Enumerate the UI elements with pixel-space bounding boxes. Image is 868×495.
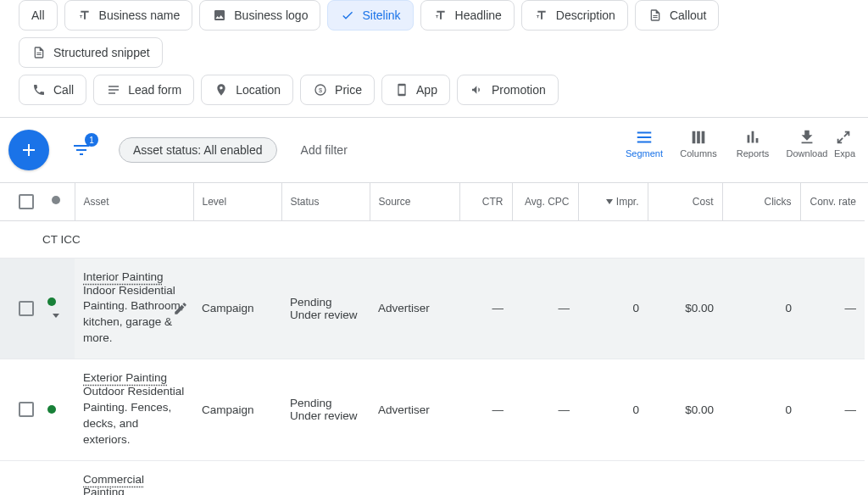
asset-description: Outdoor Residential Painting. Fences, de… [83,385,184,446]
cell-ctr: — [459,359,512,461]
reports-label: Reports [737,148,770,159]
row-checkbox[interactable] [19,301,34,316]
chip-label: Promotion [492,83,546,97]
filter-badge: 1 [85,133,98,147]
svg-text:$: $ [319,86,322,94]
asset-title[interactable]: Commercial Painting [83,473,144,495]
cell-clicks: 0 [722,460,800,495]
cell-conv-rate: — [800,460,865,495]
cell-conv-rate: — [800,258,865,359]
segment-button[interactable]: Segment [617,128,671,159]
chip-label: Business logo [234,8,308,22]
status-dot-icon [52,196,60,204]
sort-desc-icon [606,199,613,204]
status-filter-chip[interactable]: Asset status: All enabled [119,137,277,163]
segment-label: Segment [626,148,663,159]
assets-table: Asset Level Status Source CTR Avg. CPC I… [0,182,868,495]
check-icon [340,8,355,23]
col-clicks[interactable]: Clicks [722,183,800,220]
chip-lead-form[interactable]: Lead form [93,75,194,105]
filter-button[interactable]: 1 [68,136,95,164]
col-cost[interactable]: Cost [648,183,722,220]
chip-sitelink[interactable]: Sitelink [327,0,413,31]
chip-all[interactable]: All [19,0,58,31]
group-label: CT ICC [0,220,865,258]
chip-headline[interactable]: Headline [420,0,515,31]
asset-title[interactable]: Exterior Painting [83,371,167,384]
col-avg-cpc[interactable]: Avg. CPC [512,183,578,220]
add-asset-button[interactable] [8,130,49,170]
table-row[interactable]: Interior Painting Indoor Residential Pai… [0,258,865,359]
add-filter-input[interactable]: Add filter [301,143,348,157]
cell-impr: 0 [578,359,648,461]
text-icon [534,8,549,23]
asset-title[interactable]: Interior Painting [83,270,164,283]
reports-button[interactable]: Reports [726,128,780,159]
download-button[interactable]: Download [780,128,834,159]
expand-label: Expa [834,148,855,159]
toolbar-tools: Segment Columns Reports Download Expa [617,128,868,159]
text-icon [433,8,448,23]
chip-label: Structured snippet [53,46,150,59]
cell-impr: 0 [578,460,648,495]
col-impr[interactable]: Impr. [578,183,648,220]
chip-label: Lead form [128,83,181,97]
cell-cost: $0.00 [648,258,722,359]
expand-button[interactable]: Expa [834,128,868,159]
chip-label: Location [236,83,281,97]
cell-level: Campaign [193,359,281,461]
cell-status: PendingUnder review [281,359,370,461]
cell-impr: 0 [578,258,648,359]
chip-business-logo[interactable]: Business logo [199,0,320,31]
row-checkbox[interactable] [19,402,34,417]
chip-label: All [31,8,45,22]
image-icon [212,8,227,23]
app-icon [394,82,409,97]
table-row[interactable]: Exterior Painting Outdoor Residential Pa… [0,359,865,461]
status-dot-green-icon[interactable] [47,405,56,414]
edit-icon[interactable] [173,301,188,316]
cell-ctr: — [459,258,512,359]
cell-avg-cpc: — [512,359,578,461]
table-row[interactable]: Commercial Painting Warehouses, Malls, C… [0,460,865,495]
chevron-down-icon[interactable] [53,314,59,318]
col-conv-rate[interactable]: Conv. rate [800,183,865,220]
chip-label: Description [556,8,615,22]
chip-description[interactable]: Description [521,0,628,31]
chip-promotion[interactable]: Promotion [457,75,559,105]
chip-business-name[interactable]: Business name [64,0,193,31]
download-label: Download [787,148,828,159]
select-all-checkbox[interactable] [19,194,34,209]
chip-label: App [416,83,437,97]
asset-description: Indoor Residential Painting. Bathroom, k… [83,284,184,345]
cell-source: Advertiser [370,359,459,461]
col-ctr[interactable]: CTR [459,183,512,220]
chip-label: Callout [670,8,707,22]
toolbar: 1 Asset status: All enabled Add filter S… [0,117,868,182]
chip-app[interactable]: App [381,75,450,105]
col-level[interactable]: Level [193,183,281,220]
pin-icon [214,82,229,97]
status-chip-label: Asset status: All enabled [133,143,263,157]
cell-ctr: — [459,460,512,495]
chip-location[interactable]: Location [201,75,293,105]
col-status[interactable]: Status [281,183,370,220]
chip-label: Price [335,83,362,97]
doc-icon [31,45,47,60]
chip-label: Business name [99,8,181,22]
cell-clicks: 0 [722,258,800,359]
chip-label: Headline [455,8,502,22]
col-source[interactable]: Source [370,183,459,220]
chip-call[interactable]: Call [19,75,86,105]
columns-button[interactable]: Columns [671,128,726,159]
chip-price[interactable]: $ Price [300,75,375,105]
chip-label: Call [53,83,74,97]
cell-conv-rate: — [800,359,865,461]
chip-structured-snippet[interactable]: Structured snippet [19,37,163,68]
col-asset[interactable]: Asset [75,183,193,220]
status-dot-green-icon[interactable] [47,298,56,306]
form-icon [106,82,121,97]
columns-label: Columns [680,148,716,159]
chip-callout[interactable]: Callout [635,0,720,31]
cell-status: PendingUnder review [281,460,370,495]
